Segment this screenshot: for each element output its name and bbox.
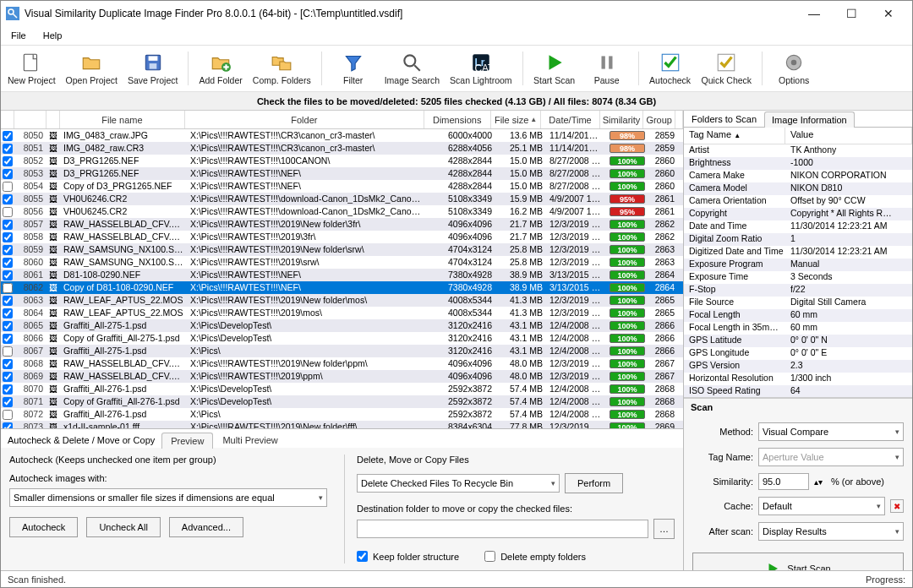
table-row[interactable]: 8068🖼RAW_HASSELBLAD_CFV.PPMX:\Pics\!!!RA… <box>1 357 683 370</box>
row-checkbox[interactable] <box>3 321 13 331</box>
tab-image-info[interactable]: Image Information <box>764 112 855 128</box>
table-row[interactable]: 8073🖼x1d-II-sample-01.fffX:\Pics\!!!RAWT… <box>1 421 683 428</box>
autocheck-criteria-combo[interactable]: Smaller dimensions or smaller file sizes… <box>9 488 327 507</box>
meta-row[interactable]: Exposure Time3 Seconds <box>684 271 912 284</box>
row-checkbox[interactable] <box>3 410 13 420</box>
tab-preview[interactable]: Preview <box>161 433 213 449</box>
table-row[interactable]: 8059🖼RAW_SAMSUNG_NX100.SRWX:\Pics\!!!RAW… <box>1 243 683 256</box>
perform-btn[interactable]: Perform <box>565 473 623 493</box>
table-row[interactable]: 8053🖼D3_PRG1265.NEFX:\Pics\!!!RAWTEST!!!… <box>1 167 683 180</box>
meta-row[interactable]: Exposure ProgramManual <box>684 259 912 271</box>
row-checkbox[interactable] <box>3 232 13 242</box>
row-checkbox[interactable] <box>3 258 13 268</box>
meta-row[interactable]: Focal Length60 mm <box>684 309 912 322</box>
dest-folder-input[interactable] <box>357 520 648 538</box>
pause-button[interactable]: Pause <box>586 52 628 85</box>
row-checkbox[interactable] <box>3 296 13 306</box>
table-row[interactable]: 8061🖼D81-108-0290.NEFX:\Pics\!!!RAWTEST!… <box>1 269 683 281</box>
row-checkbox[interactable] <box>3 308 13 318</box>
add-folder-button[interactable]: Add Folder <box>199 52 242 85</box>
meta-row[interactable]: Digitized Date and Time11/30/2014 12:23:… <box>684 246 912 259</box>
quick-check-button[interactable]: Quick Check <box>702 52 752 85</box>
row-checkbox[interactable] <box>3 270 13 280</box>
table-row[interactable]: 8062🖼Copy of D81-108-0290.NEFX:\Pics\!!!… <box>1 281 683 294</box>
advanced-btn[interactable]: Advanced... <box>169 517 243 537</box>
table-row[interactable]: 8057🖼RAW_HASSELBLAD_CFV.3FRX:\Pics\!!!RA… <box>1 218 683 231</box>
clear-cache-icon[interactable]: ✖ <box>890 499 904 513</box>
row-checkbox[interactable] <box>3 245 13 255</box>
meta-row[interactable]: GPS Latitude0° 0' 0" N <box>684 335 912 347</box>
table-row[interactable]: 8070🖼Graffiti_All-276-1.psdX:\Pics\Devel… <box>1 383 683 395</box>
minimize-button[interactable]: — <box>795 2 833 25</box>
meta-row[interactable]: F-Stopf/22 <box>684 284 912 297</box>
meta-row[interactable]: GPS Version2.3 <box>684 360 912 373</box>
row-checkbox[interactable] <box>3 334 13 344</box>
table-row[interactable]: 8067🖼Graffiti_All-275-1.psdX:\Pics\3120x… <box>1 345 683 357</box>
open-project-button[interactable]: Open Project <box>66 52 118 85</box>
table-row[interactable]: 8060🖼RAW_SAMSUNG_NX100.SRWX:\Pics\!!!RAW… <box>1 256 683 269</box>
table-row[interactable]: 8050🖼IMG_0483_craw.JPGX:\Pics\!!!RAWTEST… <box>1 129 683 142</box>
table-row[interactable]: 8063🖼RAW_LEAF_APTUS_22.MOSX:\Pics\!!!RAW… <box>1 294 683 307</box>
row-checkbox[interactable] <box>3 359 13 369</box>
menu-help[interactable]: Help <box>38 29 68 42</box>
table-row[interactable]: 8069🖼RAW_HASSELBLAD_CFV.PPMX:\Pics\!!!RA… <box>1 370 683 383</box>
autocheck-btn[interactable]: Autocheck <box>9 517 78 537</box>
table-row[interactable]: 8071🖼Copy of Graffiti_All-276-1.psdX:\Pi… <box>1 395 683 408</box>
save-project-button[interactable]: Save Project <box>128 52 178 85</box>
row-checkbox[interactable] <box>3 207 13 217</box>
meta-row[interactable]: Camera ModelNIKON D810 <box>684 182 912 195</box>
meta-row[interactable]: ISO Speed Rating64 <box>684 385 912 398</box>
maximize-button[interactable]: ☐ <box>833 2 870 25</box>
meta-row[interactable]: GPS Longitude0° 0' 0" E <box>684 347 912 360</box>
col-grp[interactable]: Group <box>643 111 675 128</box>
col-folder[interactable]: Folder <box>185 111 424 128</box>
autocheck-button[interactable]: Autocheck <box>649 52 692 85</box>
meta-row[interactable]: Camera OrientationOffset by 90° CCW <box>684 195 912 208</box>
cache-combo[interactable]: Default <box>758 497 885 515</box>
row-checkbox[interactable] <box>3 144 13 154</box>
table-row[interactable]: 8072🖼Graffiti_All-276-1.psdX:\Pics\2592x… <box>1 408 683 421</box>
col-filename[interactable]: File name <box>60 111 186 128</box>
meta-row[interactable]: File SourceDigital Still Camera <box>684 297 912 309</box>
row-checkbox[interactable] <box>3 156 13 166</box>
uncheck-all-btn[interactable]: Uncheck All <box>86 517 160 537</box>
new-project-button[interactable]: New Project <box>8 52 56 85</box>
table-row[interactable]: 8052🖼D3_PRG1265.NEFX:\Pics\!!!RAWTEST!!!… <box>1 155 683 167</box>
table-row[interactable]: 8055🖼VH0U6246.CR2X:\Pics\!!!RAWTEST!!!\d… <box>1 193 683 205</box>
row-checkbox[interactable] <box>3 131 13 141</box>
delete-action-combo[interactable]: Delete Checked Files To Recycle Bin <box>357 474 560 493</box>
row-checkbox[interactable] <box>3 169 13 179</box>
image-search-button[interactable]: Image Search <box>385 52 440 85</box>
method-combo[interactable]: Visual Compare <box>758 422 904 441</box>
row-checkbox[interactable] <box>3 194 13 204</box>
table-row[interactable]: 8058🖼RAW_HASSELBLAD_CFV.3FRX:\Pics\!!!RA… <box>1 231 683 243</box>
table-row[interactable]: 8065🖼Graffiti_All-275-1.psdX:\Pics\Devel… <box>1 319 683 332</box>
afterscan-combo[interactable]: Display Results <box>758 522 904 541</box>
close-button[interactable]: ✕ <box>870 2 907 25</box>
row-checkbox[interactable] <box>3 422 13 429</box>
meta-row[interactable]: Brightness-1000 <box>684 157 912 170</box>
options-button[interactable]: Options <box>773 52 815 85</box>
row-checkbox[interactable] <box>3 283 13 293</box>
similarity-input[interactable] <box>758 473 809 490</box>
meta-row[interactable]: ArtistTK Anthony <box>684 144 912 157</box>
row-checkbox[interactable] <box>3 397 13 407</box>
tab-multi-preview[interactable]: Multi Preview <box>213 432 287 448</box>
row-checkbox[interactable] <box>3 182 13 192</box>
col-dt[interactable]: Date/Time <box>541 111 599 128</box>
row-checkbox[interactable] <box>3 346 13 357</box>
menu-file[interactable]: File <box>6 29 31 42</box>
col-size[interactable]: File size▲ <box>491 111 542 128</box>
tab-folders-to-scan[interactable]: Folders to Scan <box>684 111 764 127</box>
start-scan-button[interactable]: Start Scan <box>533 52 576 85</box>
meta-col-tagname[interactable]: Tag Name ▲ <box>684 128 785 144</box>
scan-lightroom-button[interactable]: LrCATScan Lightroom <box>450 52 512 85</box>
meta-row[interactable]: Digital Zoom Ratio1 <box>684 233 912 246</box>
row-checkbox[interactable] <box>3 220 13 230</box>
meta-row[interactable]: Camera MakeNIKON CORPORATION <box>684 170 912 182</box>
meta-row[interactable]: CopyrightCopyright * All Rights R… <box>684 208 912 220</box>
table-row[interactable]: 8051🖼IMG_0482_raw.CR3X:\Pics\!!!RAWTEST!… <box>1 142 683 155</box>
table-row[interactable]: 8056🖼VH0U6245.CR2X:\Pics\!!!RAWTEST!!!\d… <box>1 205 683 218</box>
browse-folder-btn[interactable]: … <box>653 519 675 539</box>
row-checkbox[interactable] <box>3 372 13 382</box>
